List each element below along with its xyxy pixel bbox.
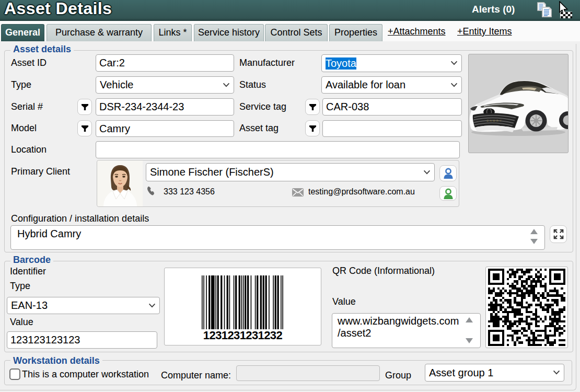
svg-text:CAMRY: CAMRY [486, 119, 503, 122]
